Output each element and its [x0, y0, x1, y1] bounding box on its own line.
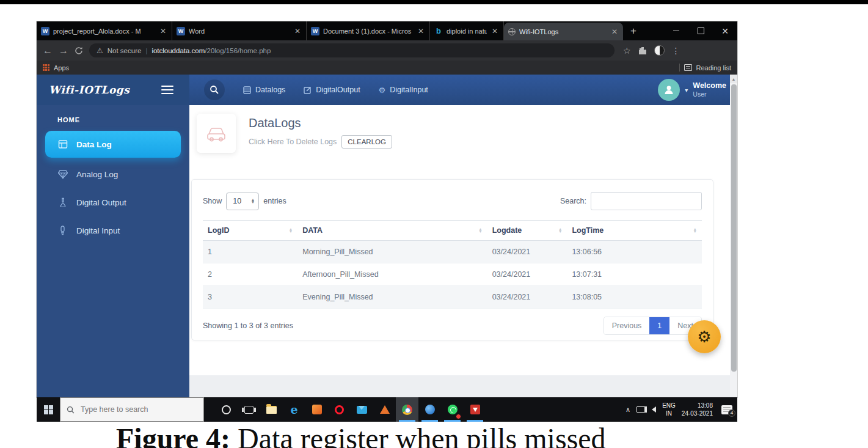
table-search-input[interactable]: [591, 192, 702, 210]
page-size-select[interactable]: 10 ▲▼: [226, 193, 259, 210]
file-explorer-icon[interactable]: [260, 397, 283, 422]
blue-app-icon[interactable]: [418, 397, 441, 422]
bookmark-star-icon[interactable]: ☆: [623, 46, 631, 56]
sidebar-item-label: Analog Log: [76, 170, 118, 179]
edge-icon[interactable]: e: [283, 397, 305, 422]
column-header-logtime[interactable]: LogTime▲▼: [567, 221, 702, 241]
current-page-button[interactable]: 1: [649, 317, 669, 334]
column-header-logdate[interactable]: Logdate▲▼: [487, 221, 567, 241]
entries-label: entries: [263, 197, 286, 205]
tab-close-icon[interactable]: ✕: [417, 27, 425, 35]
taskbar-clock[interactable]: 13:08 24-03-2021: [682, 402, 713, 418]
divider: [679, 64, 680, 72]
analog-log-icon: [57, 169, 68, 179]
bookmarks-bar: Apps Reading list: [37, 61, 737, 75]
cell-logdate: 03/24/2021: [487, 263, 567, 286]
page-size-value: 10: [233, 197, 241, 205]
extensions-puzzle-icon[interactable]: [638, 46, 647, 55]
main-content: DataLogs Click Here To Delete Logs CLEAR…: [189, 105, 730, 397]
taskbar-search-box[interactable]: [60, 397, 204, 422]
apps-label[interactable]: Apps: [54, 64, 69, 72]
tab-close-icon[interactable]: ✕: [293, 27, 302, 35]
delete-logs-hint: Click Here To Delete Logs: [249, 138, 337, 146]
settings-fab-button[interactable]: ⚙: [688, 320, 721, 353]
tab-document3[interactable]: W Document 3 (1).docx - Micros ✕: [307, 21, 430, 40]
system-tray: ∧ ENG IN 13:08 24-03-2021 4: [625, 397, 737, 422]
task-view-icon[interactable]: [238, 397, 260, 422]
profile-avatar-icon[interactable]: [654, 45, 665, 56]
cell-logdate: 03/24/2021: [487, 241, 567, 263]
cell-data: Afternoon_Pill_Missed: [297, 263, 487, 286]
tab-close-icon[interactable]: ✕: [491, 27, 499, 35]
figure-caption: Figure 4: Data register when pills misse…: [116, 422, 606, 448]
language-indicator[interactable]: ENG IN: [662, 402, 676, 418]
tab-word[interactable]: W Word ✕: [172, 21, 307, 40]
tab-bing-search[interactable]: b diploid in nature meaning - Bi ✕: [430, 21, 504, 40]
page-scrollbar[interactable]: ▲: [730, 75, 737, 397]
sidebar-item-analog-log[interactable]: Analog Log: [37, 160, 189, 188]
user-menu[interactable]: ▾ Welcome User: [658, 75, 737, 105]
hamburger-menu-icon[interactable]: [161, 86, 173, 95]
reload-icon[interactable]: [75, 46, 83, 55]
sidebar-item-digital-output[interactable]: Digital Output: [37, 188, 189, 216]
datalogs-icon: [243, 86, 251, 94]
menu-dots-icon[interactable]: ⋮: [672, 46, 680, 56]
orange-app-icon[interactable]: [305, 397, 328, 422]
tab-project-report[interactable]: W project_report_Alola.docx - M ✕: [37, 21, 172, 40]
address-bar-actions: ☆ ⋮: [623, 45, 680, 56]
forward-icon[interactable]: →: [59, 46, 68, 56]
previous-page-button[interactable]: Previous: [604, 317, 650, 334]
cell-data: Evening_Pill_Missed: [297, 286, 487, 309]
cortana-icon[interactable]: [215, 397, 238, 422]
maximize-button[interactable]: [688, 21, 713, 40]
nav-label: DigitalInput: [390, 86, 428, 94]
nav-item-datalogs[interactable]: Datalogs: [243, 86, 285, 94]
sort-icon: ▲▼: [558, 228, 562, 233]
gear-icon: ⚙: [697, 328, 711, 347]
scrollbar-up-arrow[interactable]: ▲: [730, 75, 737, 83]
search-icon[interactable]: [204, 79, 225, 100]
search-label: Search:: [560, 197, 586, 205]
taskbar-search-input[interactable]: [79, 405, 183, 414]
url-path: /20log/156/home.php: [205, 47, 271, 54]
whatsapp-icon[interactable]: [441, 397, 464, 422]
tab-close-icon[interactable]: ✕: [610, 28, 619, 36]
cell-logid: 2: [203, 263, 297, 286]
tab-wifi-iotlogs[interactable]: Wifi-IOTLogs ✕: [504, 23, 623, 40]
scrollbar-thumb[interactable]: [731, 84, 737, 372]
hidden-icons-chevron[interactable]: ∧: [625, 406, 630, 414]
nav-item-digitalinput[interactable]: ⚙ DigitalInput: [379, 86, 428, 95]
sidebar-item-data-log[interactable]: Data Log: [45, 131, 181, 158]
column-header-data[interactable]: DATA▲▼: [297, 221, 487, 241]
sidebar-item-digital-input[interactable]: Digital Input: [37, 216, 189, 244]
column-header-logid[interactable]: LogID▲▼: [203, 221, 297, 241]
word-icon: W: [311, 27, 319, 35]
close-button[interactable]: ✕: [713, 21, 737, 40]
reading-list-label[interactable]: Reading list: [696, 64, 731, 72]
table-row: 3 Evening_Pill_Missed 03/24/2021 13:08:0…: [203, 286, 702, 309]
notification-badge: 4: [728, 409, 735, 417]
speaker-icon[interactable]: [652, 406, 656, 413]
header-nav: Datalogs DigitalOutput ⚙ DigitalInput: [189, 75, 658, 105]
back-icon[interactable]: ←: [43, 46, 53, 56]
page-top-border: [0, 0, 868, 4]
matlab-icon[interactable]: [373, 397, 396, 422]
apps-grid-icon[interactable]: [43, 64, 50, 72]
chrome-icon[interactable]: [396, 397, 418, 422]
clearlog-button[interactable]: CLEARLOG: [341, 135, 392, 149]
new-tab-button[interactable]: +: [623, 25, 644, 37]
opera-icon[interactable]: [328, 397, 351, 422]
notification-center-icon[interactable]: 4: [721, 405, 732, 414]
nav-item-digitaloutput[interactable]: DigitalOutput: [304, 86, 360, 94]
app-header: Wifi-IOTLogs Datalogs DigitalOu: [37, 75, 737, 105]
start-button[interactable]: [37, 397, 60, 422]
mail-icon[interactable]: [351, 397, 373, 422]
url-bar[interactable]: ⚠ Not secure | iotclouddata.com/20log/15…: [89, 43, 615, 57]
digital-output-icon: [304, 86, 312, 94]
cell-logtime: 13:06:56: [567, 241, 702, 263]
minimize-button[interactable]: [664, 21, 688, 40]
tab-close-icon[interactable]: ✕: [159, 27, 167, 35]
pdf-reader-icon[interactable]: [464, 397, 486, 422]
welcome-label: Welcome: [693, 81, 726, 90]
cell-logtime: 13:07:31: [567, 263, 702, 286]
